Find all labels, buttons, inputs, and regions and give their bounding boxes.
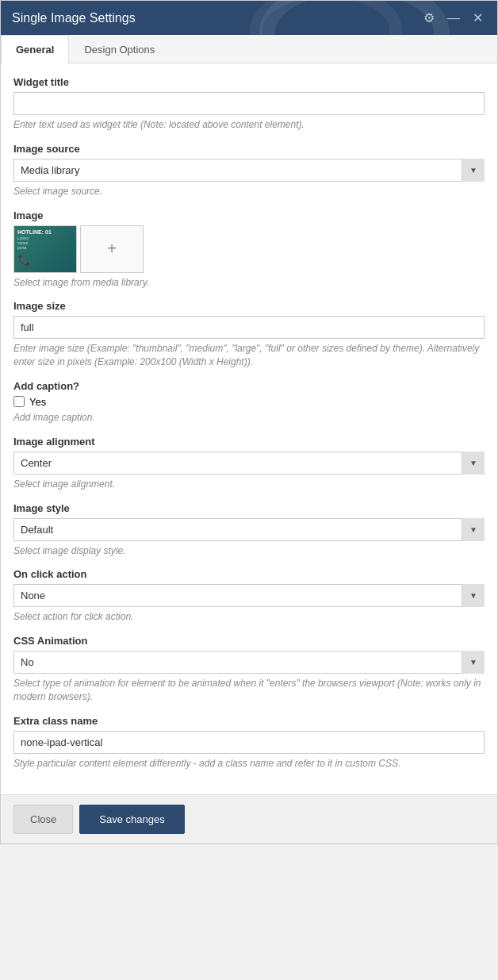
title-bar: Single Image Settings ⚙ — ✕ [1,1,497,35]
image-label: Image [13,209,485,221]
widget-title-label: Widget title [13,76,485,88]
tab-bar: General Design Options [1,35,497,63]
image-size-input[interactable] [13,316,485,339]
widget-title-hint: Enter text used as widget title (Note: l… [13,118,485,132]
close-btn[interactable]: ✕ [469,9,486,27]
image-style-hint: Select image display style. [13,544,485,558]
css-animation-hint: Select type of animation for element to … [13,677,485,704]
extra-class-name-label: Extra class name [13,715,485,727]
image-source-select-wrapper: Media library URL [13,159,485,182]
on-click-action-hint: Select action for click action. [13,610,485,624]
add-image-btn[interactable]: + [80,225,144,273]
image-style-select[interactable]: Default Rounded Circle Shadow [13,518,485,541]
image-alignment-group: Image alignment Left Center Right Select… [13,436,485,491]
css-animation-group: CSS Animation No Top to bottom Bottom to… [13,635,485,704]
on-click-action-select-wrapper: None Open lightbox Open custom link [13,584,485,607]
gear-icon: ⚙ [423,11,435,25]
on-click-action-label: On click action [13,568,485,580]
image-source-label: Image source [13,143,485,155]
window-title: Single Image Settings [12,11,136,25]
phone-icon: 📞 [17,253,31,266]
image-style-group: Image style Default Rounded Circle Shado… [13,502,485,558]
image-source-group: Image source Media library URL Select im… [13,143,485,198]
hotline-sub: Loremconseporta [17,236,29,250]
image-thumbnail[interactable]: HOTLINE: 01 Loremconseporta 📞 [13,225,77,273]
settings-window: Single Image Settings ⚙ — ✕ General Desi… [0,0,498,844]
add-caption-checkbox[interactable] [13,396,25,407]
image-alignment-hint: Select image alignment. [13,478,485,491]
add-caption-label: Add caption? [13,380,485,392]
settings-icon-btn[interactable]: ⚙ [420,9,438,27]
extra-class-name-input[interactable] [13,731,485,754]
image-picker: HOTLINE: 01 Loremconseporta 📞 + [13,225,485,273]
image-thumb-inner: HOTLINE: 01 Loremconseporta 📞 [14,226,76,272]
image-hint: Select image from media library. [13,276,485,290]
tab-general[interactable]: General [1,35,69,63]
close-icon: ✕ [473,11,483,25]
extra-class-name-hint: Style particular content element differe… [13,757,485,771]
image-group: Image HOTLINE: 01 Loremconseporta 📞 + Se… [13,209,485,290]
footer: Close Save changes [1,794,497,844]
content-area: Widget title Enter text used as widget t… [1,63,497,794]
on-click-action-group: On click action None Open lightbox Open … [13,568,485,624]
image-source-hint: Select image source. [13,185,485,198]
extra-class-name-group: Extra class name Style particular conten… [13,715,485,771]
on-click-action-select[interactable]: None Open lightbox Open custom link [13,584,485,607]
css-animation-label: CSS Animation [13,635,485,647]
image-source-select[interactable]: Media library URL [13,159,485,182]
image-size-hint: Enter image size (Example: "thumbnail", … [13,342,485,369]
image-size-group: Image size Enter image size (Example: "t… [13,300,485,369]
image-alignment-select[interactable]: Left Center Right [13,452,485,475]
css-animation-select[interactable]: No Top to bottom Bottom to top Left to r… [13,651,485,674]
close-button[interactable]: Close [13,805,73,834]
add-caption-hint: Add image caption. [13,411,485,425]
image-size-label: Image size [13,300,485,312]
minimize-icon: — [447,11,460,25]
widget-title-input[interactable] [13,92,485,115]
image-style-label: Image style [13,502,485,514]
add-caption-checkbox-label: Yes [29,396,46,408]
image-alignment-select-wrapper: Left Center Right [13,452,485,475]
hotline-text: HOTLINE: 01 [17,229,52,236]
image-style-select-wrapper: Default Rounded Circle Shadow [13,518,485,541]
add-icon: + [107,240,117,258]
image-alignment-label: Image alignment [13,436,485,448]
window-controls: ⚙ — ✕ [420,9,486,27]
tab-design-options[interactable]: Design Options [69,35,170,63]
css-animation-select-wrapper: No Top to bottom Bottom to top Left to r… [13,651,485,674]
add-caption-row: Yes [13,396,485,408]
widget-title-group: Widget title Enter text used as widget t… [13,76,485,132]
add-caption-group: Add caption? Yes Add image caption. [13,380,485,425]
save-button[interactable]: Save changes [79,805,184,834]
minimize-btn[interactable]: — [444,10,463,27]
